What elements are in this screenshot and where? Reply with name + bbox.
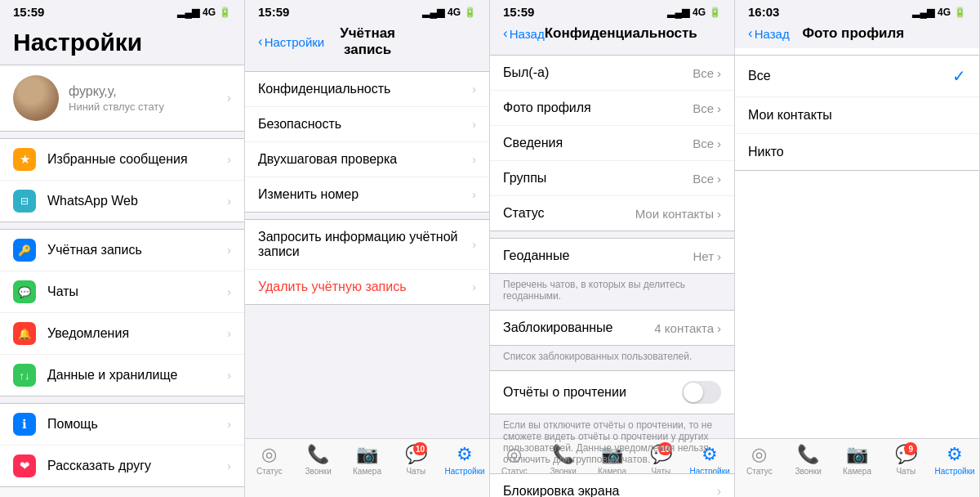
network-type-4: 4G: [938, 7, 951, 18]
tab-settings-2[interactable]: ⚙ Настройки: [440, 444, 489, 476]
request-info-nav-item[interactable]: Запросить информацию учётной записи ›: [245, 220, 489, 270]
status-bar-2: 15:59 ▂▄▆ 4G 🔋: [245, 0, 489, 22]
read-receipts-item[interactable]: Отчёты о прочтении: [490, 371, 734, 414]
status-bar-3: 15:59 ▂▄▆ 4G 🔋: [490, 0, 734, 22]
tab-camera-4[interactable]: 📷 Камера: [833, 444, 882, 476]
avatar: [13, 75, 59, 121]
data-label: Данные и хранилище: [47, 368, 216, 383]
tab-settings-4[interactable]: ⚙ Настройки: [930, 444, 979, 476]
tab-chats-2[interactable]: 💬 Чаты 10: [391, 444, 440, 476]
profile-text: фурку,у, Ниний ствлус стату: [69, 84, 217, 113]
nav-header-3: ‹ Назад Конфиденциальность: [490, 22, 734, 48]
chats-icon: 💬: [13, 280, 36, 303]
camera-tab-label-4: Камера: [843, 467, 871, 476]
profile-section[interactable]: фурку,у, Ниний ствлус стату ›: [0, 65, 244, 132]
delete-account-chevron-icon: ›: [472, 280, 476, 293]
security-nav-item[interactable]: Безопасность ›: [245, 107, 489, 142]
account-item[interactable]: 🔑 Учётная запись ›: [0, 230, 244, 271]
last-seen-item[interactable]: Был(-а) Все ›: [490, 56, 734, 91]
camera-tab-icon-4: 📷: [846, 444, 868, 465]
back-label-2: Настройки: [265, 35, 325, 49]
camera-tab-label-2: Камера: [353, 467, 381, 476]
security-chevron-icon: ›: [472, 118, 476, 131]
status-label: Статус: [503, 206, 545, 221]
change-number-chevron-icon: ›: [472, 188, 476, 201]
back-button-3[interactable]: ‹ Назад: [503, 25, 545, 42]
camera-tab-icon-2: 📷: [356, 444, 378, 465]
profile-photo-value: Все ›: [693, 101, 721, 115]
screen-lock-chevron-icon: ›: [717, 484, 721, 497]
data-icon: ↑↓: [13, 364, 36, 387]
tab-camera-2[interactable]: 📷 Камера: [343, 444, 392, 476]
tab-bar-4: ◎ Статус 📞 Звонки 📷 Камера 💬 Чаты 9 ⚙ На…: [735, 438, 979, 497]
chats-item[interactable]: 💬 Чаты ›: [0, 271, 244, 313]
profile-photo-chevron-icon: ›: [717, 101, 721, 115]
change-number-label: Изменить номер: [258, 187, 359, 202]
about-item[interactable]: Сведения Все ›: [490, 126, 734, 161]
help-icon: ℹ: [13, 413, 36, 436]
groups-chevron-icon: ›: [717, 172, 721, 186]
twostep-nav-item[interactable]: Двухшаговая проверка ›: [245, 142, 489, 177]
status-item[interactable]: Статус Мои контакты ›: [490, 196, 734, 231]
notifications-item[interactable]: 🔔 Уведомления ›: [0, 313, 244, 355]
screen-lock-item[interactable]: Блокировка экрана ›: [490, 474, 734, 497]
favorites-label: Избранные сообщения: [47, 152, 216, 167]
settings-tab-icon-4: ⚙: [947, 444, 963, 465]
privacy-chevron-icon: ›: [472, 83, 476, 96]
blocked-item[interactable]: Заблокированные 4 контакта ›: [490, 311, 734, 345]
chats-tab-label-2: Чаты: [406, 467, 425, 476]
share-icon: ❤: [13, 454, 36, 477]
page-title-1: Настройки: [0, 22, 244, 65]
tab-status-4[interactable]: ◎ Статус: [735, 444, 784, 476]
settings-group-2: 🔑 Учётная запись › 💬 Чаты › 🔔 Уведомлени…: [0, 229, 244, 396]
share-item[interactable]: ❤ Рассказать другу ›: [0, 446, 244, 486]
last-seen-value: Все ›: [693, 66, 721, 80]
tab-calls-4[interactable]: 📞 Звонки: [784, 444, 833, 476]
groups-label: Группы: [503, 171, 546, 186]
back-label-3: Назад: [510, 27, 545, 41]
settings-scroll: фурку,у, Ниний ствлус стату › ★ Избранны…: [0, 65, 244, 497]
read-receipts-label: Отчёты о прочтении: [503, 385, 626, 400]
notifications-label: Уведомления: [47, 326, 216, 341]
help-item[interactable]: ℹ Помощь ›: [0, 404, 244, 446]
blocked-chevron-icon: ›: [717, 321, 721, 335]
choice-contacts-item[interactable]: Мои контакты: [735, 97, 979, 134]
choice-nobody-item[interactable]: Никто: [735, 134, 979, 170]
read-receipts-group: Отчёты о прочтении: [490, 370, 734, 414]
choice-contacts-label: Мои контакты: [748, 108, 832, 123]
change-number-nav-item[interactable]: Изменить номер ›: [245, 177, 489, 212]
chats-chevron-icon: ›: [227, 285, 231, 298]
tab-calls-2[interactable]: 📞 Звонки: [294, 444, 343, 476]
about-label: Сведения: [503, 136, 563, 150]
groups-value: Все ›: [693, 172, 721, 186]
tab-status-2[interactable]: ◎ Статус: [245, 444, 294, 476]
status-icons-4: ▂▄▆ 4G 🔋: [912, 7, 966, 18]
calls-tab-label-2: Звонки: [305, 467, 332, 476]
geodata-item[interactable]: Геоданные Нет ›: [490, 239, 734, 273]
whatsapp-web-item[interactable]: ⊟ WhatsApp Web ›: [0, 181, 244, 222]
time-2: 15:59: [258, 5, 289, 19]
geodata-chevron-icon: ›: [717, 249, 721, 263]
groups-item[interactable]: Группы Все ›: [490, 161, 734, 196]
back-button-2[interactable]: ‹ Настройки: [258, 34, 324, 50]
data-item[interactable]: ↑↓ Данные и хранилище ›: [0, 355, 244, 396]
twostep-chevron-icon: ›: [472, 153, 476, 166]
time-3: 15:59: [503, 5, 534, 19]
read-receipts-toggle[interactable]: [682, 381, 721, 404]
privacy-scroll: Был(-а) Все › Фото профиля Все › Сведени…: [490, 48, 734, 497]
signal-icon-4: ▂▄▆: [912, 7, 934, 18]
page-title-3: Конфиденциальность: [545, 25, 697, 42]
geodata-value: Нет ›: [693, 249, 721, 263]
tab-chats-4[interactable]: 💬 Чаты 9: [881, 444, 930, 476]
network-type-3: 4G: [693, 7, 706, 18]
page-title-2: Учётная запись: [324, 25, 411, 58]
back-button-4[interactable]: ‹ Назад: [748, 25, 790, 42]
status-tab-icon-2: ◎: [261, 444, 277, 465]
chats-badge-2: 10: [413, 442, 427, 455]
choice-all-item[interactable]: Все ✓: [735, 56, 979, 97]
whatsapp-web-label: WhatsApp Web: [47, 194, 216, 208]
profile-photo-item[interactable]: Фото профиля Все ›: [490, 91, 734, 126]
favorites-item[interactable]: ★ Избранные сообщения ›: [0, 139, 244, 181]
privacy-nav-item[interactable]: Конфиденциальность ›: [245, 72, 489, 107]
delete-account-nav-item[interactable]: Удалить учётную запись ›: [245, 270, 489, 304]
